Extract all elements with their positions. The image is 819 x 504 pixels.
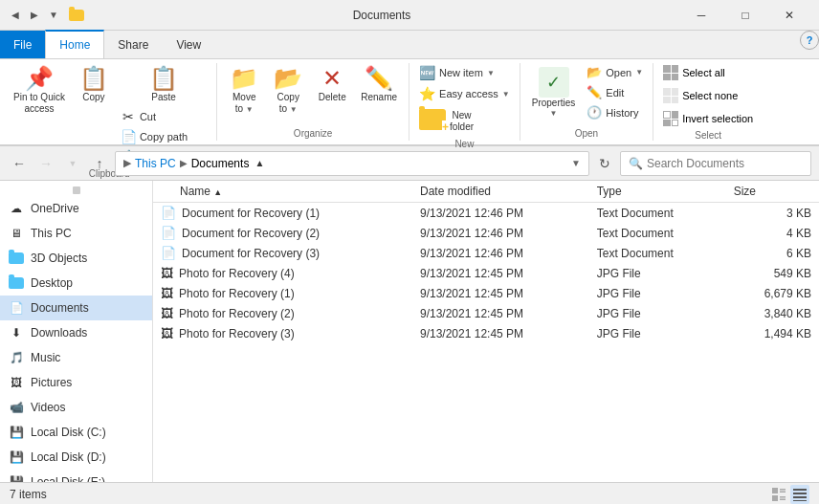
sidebar-label-videos: Videos [31,401,65,414]
table-row[interactable]: 🖼 Photo for Recovery (3) 9/13/2021 12:45… [153,323,819,343]
pin-to-quick-access-button[interactable]: 📌 Pin to Quickaccess [8,63,71,119]
history-button[interactable]: 🕐 History [583,103,647,121]
minimize-button[interactable]: ─ [679,0,723,31]
address-bar[interactable]: ▶ This PC ▶ Documents ▲ ▼ [115,151,589,176]
table-row[interactable]: 📄 Document for Recovery (1) 9/13/2021 12… [153,203,819,224]
copy-to-button[interactable]: 📂 Copyto ▼ [267,63,309,119]
sidebar-label-thispc: This PC [31,227,72,240]
documents-icon: 📄 [8,299,25,317]
rename-label: Rename [361,92,397,103]
tab-view[interactable]: View [163,31,215,58]
sidebar-item-desktop[interactable]: Desktop [0,271,152,296]
sidebar-item-diskd[interactable]: 💾 Local Disk (D:) [0,445,152,470]
sidebar: ☁ OneDrive 🖥 This PC 3D Objects Desktop … [0,181,153,482]
list-view-button[interactable] [790,485,809,504]
file-type-cell: JPG File [589,303,726,323]
table-row[interactable]: 📄 Document for Recovery (2) 9/13/2021 12… [153,223,819,243]
easy-access-button[interactable]: ⭐ Easy access ▼ [415,84,514,103]
file-name-cell: 📄 Document for Recovery (2) [153,223,412,243]
sidebar-label-downloads: Downloads [31,326,87,340]
recent-icon[interactable]: ▼ [46,8,61,23]
col-name[interactable]: Name ▲ [153,181,412,203]
delete-button[interactable]: ✕ Delete [311,63,353,107]
table-row[interactable]: 📄 Document for Recovery (3) 9/13/2021 12… [153,243,819,263]
search-input[interactable] [647,157,803,170]
sidebar-item-videos[interactable]: 📹 Videos [0,395,152,420]
breadcrumb-separator: ▶ [123,157,131,169]
back-button[interactable]: ← [8,152,31,175]
table-row[interactable]: 🖼 Photo for Recovery (4) 9/13/2021 12:45… [153,263,819,283]
search-bar: 🔍 [620,151,811,176]
copy-icon: 📋 [79,67,108,90]
details-view-button[interactable] [769,485,788,504]
sidebar-item-onedrive[interactable]: ☁ OneDrive [0,196,152,221]
invert-icon [663,111,678,126]
downloads-icon: ⬇ [8,324,25,341]
open-button[interactable]: 📂 Open ▼ [583,63,647,81]
new-folder-button[interactable]: + Newfolder [415,105,477,137]
sidebar-item-music[interactable]: 🎵 Music [0,345,152,370]
close-button[interactable]: ✕ [767,0,811,31]
file-name-cell: 🖼 Photo for Recovery (1) [153,283,412,303]
select-all-button[interactable]: Select all [659,63,757,82]
sidebar-label-onedrive: OneDrive [31,202,79,215]
help-button[interactable]: ? [800,31,819,50]
up-button[interactable]: ↑ [88,152,111,175]
sidebar-item-downloads[interactable]: ⬇ Downloads [0,320,152,345]
tab-share[interactable]: Share [104,31,163,58]
file-icon: 🖼 [161,306,173,320]
select-all-icon [663,65,678,80]
file-icon: 🖼 [161,326,173,340]
sidebar-item-diskc[interactable]: 💾 Local Disk (C:) [0,420,152,445]
rename-button[interactable]: ✏️ Rename [355,63,403,107]
edit-button[interactable]: ✏️ Edit [583,83,647,101]
organize-items: 📁 Moveto ▼ 📂 Copyto ▼ ✕ Delete ✏️ Rename [223,63,403,126]
properties-button[interactable]: ✓ Properties ▼ [526,63,582,121]
address-dropdown-arrow[interactable]: ▼ [571,158,581,168]
easy-access-label: Easy access [439,88,498,99]
col-date[interactable]: Date modified [412,181,589,203]
sidebar-item-3dobjects[interactable]: 3D Objects [0,246,152,271]
move-to-button[interactable]: 📁 Moveto ▼ [223,63,265,119]
new-item-button[interactable]: 🆕 New item ▼ [415,63,498,82]
recent-locations-button[interactable]: ▼ [61,152,84,175]
tab-file[interactable]: File [0,31,45,58]
file-size-cell: 3 KB [726,203,819,224]
edit-label: Edit [606,87,624,99]
sidebar-item-documents[interactable]: 📄 Documents [0,296,152,320]
view-buttons [769,485,809,504]
back-icon[interactable]: ◀ [8,8,23,23]
forward-icon[interactable]: ▶ [27,8,42,23]
file-name: Document for Recovery (1) [182,207,320,220]
col-type[interactable]: Type [589,181,726,203]
file-name-cell: 🖼 Photo for Recovery (2) [153,303,412,323]
copy-button[interactable]: 📋 Copy [73,63,115,107]
diske-icon: 💾 [8,473,25,482]
table-row[interactable]: 🖼 Photo for Recovery (1) 9/13/2021 12:45… [153,283,819,303]
copy-path-button[interactable]: 📄 Copy path [117,127,210,146]
refresh-button[interactable]: ↻ [593,152,616,175]
maximize-button[interactable]: □ [723,0,767,31]
invert-selection-button[interactable]: Invert selection [659,109,757,128]
breadcrumb-this-pc[interactable]: This PC [135,157,176,170]
tab-home[interactable]: Home [45,30,104,58]
sidebar-item-pictures[interactable]: 🖼 Pictures [0,370,152,395]
paste-button[interactable]: 📋 Paste [143,63,185,105]
sidebar-label-desktop: Desktop [31,276,73,290]
col-size[interactable]: Size [726,181,819,203]
window-title: Documents [84,9,679,22]
sidebar-item-thispc[interactable]: 🖥 This PC [0,221,152,246]
sidebar-item-diske[interactable]: 💾 Local Disk (E:) [0,470,152,482]
window-controls: ─ □ ✕ [679,0,811,31]
cut-button[interactable]: ✂ Cut [117,107,210,126]
select-none-button[interactable]: Select none [659,86,757,105]
ribbon-tabs: File Home Share View ? [0,31,819,59]
ribbon: File Home Share View ? 📌 Pin to Quickacc… [0,31,819,146]
file-date-cell: 9/13/2021 12:45 PM [412,263,589,283]
file-name: Photo for Recovery (4) [179,267,295,280]
forward-button[interactable]: → [34,152,57,175]
file-name-cell: 📄 Document for Recovery (1) [153,203,412,224]
sidebar-scroll-up[interactable] [73,186,80,194]
open-arrow: ▼ [635,68,643,77]
table-row[interactable]: 🖼 Photo for Recovery (2) 9/13/2021 12:45… [153,303,819,323]
